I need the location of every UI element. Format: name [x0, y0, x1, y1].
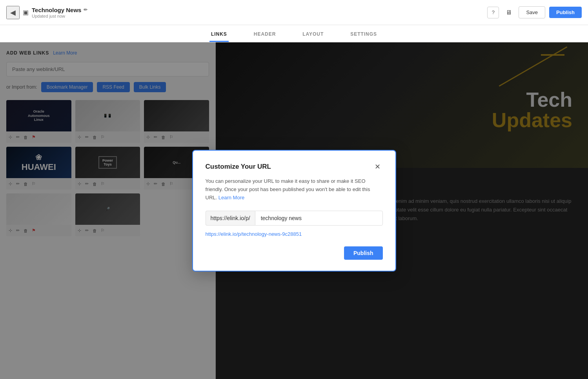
- page-title-wrap: Technology News ✏ Updated just now: [32, 7, 87, 18]
- tab-settings[interactable]: SETTINGS: [349, 27, 379, 42]
- tab-links[interactable]: LINKS: [209, 27, 229, 42]
- modal-close-button[interactable]: ✕: [372, 162, 383, 172]
- page-icon: ▣: [23, 9, 29, 16]
- modal-learn-more-link[interactable]: Learn More: [218, 195, 244, 200]
- tabs-bar: LINKS HEADER LAYOUT SETTINGS: [0, 25, 588, 42]
- back-button[interactable]: ◀: [6, 6, 20, 19]
- publish-button-top[interactable]: Publish: [549, 7, 582, 18]
- top-bar-right: ? 🖥 Save Publish: [487, 6, 582, 18]
- top-bar: ◀ ▣ Technology News ✏ Updated just now ?…: [0, 0, 588, 25]
- modal-header: Customize Your URL ✕: [206, 162, 383, 172]
- page-subtitle: Updated just now: [32, 14, 87, 18]
- url-slug-input[interactable]: [255, 211, 383, 226]
- modal-title: Customize Your URL: [206, 163, 271, 171]
- tab-header[interactable]: HEADER: [252, 27, 277, 42]
- customize-url-modal: Customize Your URL ✕ You can personalize…: [192, 150, 396, 271]
- modal-footer: Publish: [206, 246, 383, 260]
- modal-body: You can personalize your URL to make it …: [206, 177, 383, 202]
- monitor-button[interactable]: 🖥: [503, 7, 515, 18]
- page-title: Technology News ✏: [32, 7, 87, 13]
- main-area: ADD WEB LINKS Learn More or Import from:…: [0, 42, 588, 379]
- edit-icon[interactable]: ✏: [84, 7, 87, 13]
- top-bar-left: ◀ ▣ Technology News ✏ Updated just now: [6, 6, 487, 19]
- publish-button-modal[interactable]: Publish: [344, 246, 383, 260]
- modal-overlay: Customize Your URL ✕ You can personalize…: [0, 42, 588, 379]
- url-prefix: https://elink.io/p/: [206, 211, 255, 226]
- save-button[interactable]: Save: [519, 6, 545, 18]
- tab-layout[interactable]: LAYOUT: [301, 27, 325, 42]
- help-button[interactable]: ?: [487, 7, 499, 18]
- url-preview: https://elink.io/p/technology-news-9c288…: [206, 231, 383, 237]
- url-row: https://elink.io/p/: [206, 211, 383, 226]
